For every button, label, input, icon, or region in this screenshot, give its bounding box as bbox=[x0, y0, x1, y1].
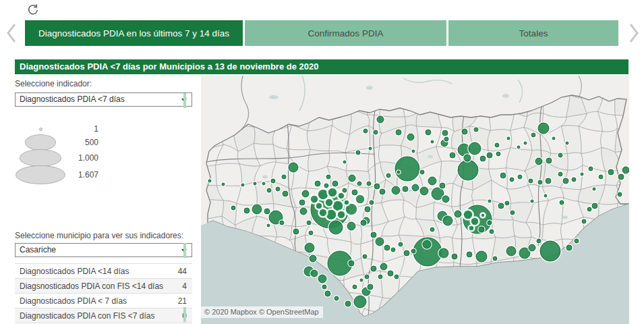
map-circle[interactable] bbox=[538, 180, 542, 184]
map-circle[interactable] bbox=[467, 252, 472, 257]
refresh-button[interactable] bbox=[26, 3, 40, 18]
map-circle[interactable] bbox=[282, 175, 286, 179]
map-circle[interactable] bbox=[566, 245, 572, 250]
map-circle[interactable] bbox=[371, 232, 376, 238]
map-circle[interactable] bbox=[343, 161, 346, 163]
map-circle[interactable] bbox=[264, 209, 270, 214]
map-circle[interactable] bbox=[560, 200, 564, 205]
map-circle[interactable] bbox=[252, 205, 262, 214]
map-circle[interactable] bbox=[428, 177, 436, 185]
map-circle[interactable] bbox=[325, 291, 330, 296]
map-circle[interactable] bbox=[480, 156, 486, 161]
map-circle[interactable] bbox=[328, 188, 337, 197]
map-circle[interactable] bbox=[283, 191, 288, 196]
map-circle[interactable] bbox=[593, 188, 595, 190]
map-circle[interactable] bbox=[500, 173, 506, 178]
map-circle[interactable] bbox=[535, 158, 542, 165]
map-circle[interactable] bbox=[334, 296, 339, 300]
map-circle[interactable] bbox=[370, 200, 374, 205]
map-circle[interactable] bbox=[293, 229, 299, 234]
map-circle[interactable] bbox=[488, 221, 492, 225]
map-circle[interactable] bbox=[395, 157, 419, 181]
map-circle[interactable] bbox=[618, 174, 624, 180]
map-circle[interactable] bbox=[442, 130, 448, 136]
map-circle[interactable] bbox=[476, 251, 487, 262]
map-circle[interactable] bbox=[349, 175, 355, 182]
map-circle[interactable] bbox=[368, 284, 373, 290]
map-circle[interactable] bbox=[254, 182, 256, 185]
map-circle[interactable] bbox=[618, 192, 622, 196]
map-circle[interactable] bbox=[420, 187, 428, 195]
map-circle[interactable] bbox=[231, 206, 235, 210]
filter-scrollbar[interactable] bbox=[183, 93, 186, 108]
map-circle[interactable] bbox=[498, 203, 504, 209]
map-circle[interactable] bbox=[386, 173, 390, 178]
map-circle[interactable] bbox=[380, 263, 387, 270]
map-circle[interactable] bbox=[452, 254, 457, 259]
map-circle[interactable] bbox=[517, 146, 520, 148]
map-circle[interactable] bbox=[524, 142, 527, 144]
map-circle[interactable] bbox=[546, 178, 551, 184]
map-circle[interactable] bbox=[267, 188, 271, 192]
table-row[interactable]: Diagnosticados PDIA < 7 días21 bbox=[15, 294, 192, 308]
map-circle[interactable] bbox=[241, 184, 244, 186]
map-circle[interactable] bbox=[420, 170, 424, 174]
map-circle[interactable] bbox=[589, 167, 593, 171]
map-circle[interactable] bbox=[540, 241, 560, 261]
map-circle[interactable] bbox=[440, 183, 445, 188]
map-circle[interactable] bbox=[505, 201, 509, 205]
table-row[interactable]: Diagnosticados PDIA con FIS <7 días0 bbox=[15, 308, 192, 323]
map-circle[interactable] bbox=[300, 208, 307, 215]
table-row[interactable]: Diagsnosticados PDIA con FIS <14 días4 bbox=[15, 279, 192, 294]
map-circle[interactable] bbox=[510, 178, 514, 182]
map-circle[interactable] bbox=[357, 182, 361, 186]
map-circle[interactable] bbox=[464, 155, 471, 161]
map-circle[interactable] bbox=[345, 301, 351, 306]
map-circle[interactable] bbox=[374, 130, 378, 134]
map-circle[interactable] bbox=[391, 248, 395, 252]
map-circle[interactable] bbox=[423, 240, 431, 248]
map-circle[interactable] bbox=[442, 196, 449, 202]
map-circle[interactable] bbox=[244, 208, 250, 213]
map-circle[interactable] bbox=[581, 173, 583, 176]
map-circle[interactable] bbox=[538, 123, 549, 134]
map-circle[interactable] bbox=[302, 190, 309, 197]
map-circle[interactable] bbox=[469, 225, 474, 231]
map-circle[interactable] bbox=[455, 211, 461, 217]
map-circle[interactable] bbox=[363, 254, 367, 259]
map-circle[interactable] bbox=[481, 213, 485, 217]
indicator-dropdown[interactable]: Diagnosticados PDIA <7 días bbox=[15, 92, 192, 107]
map-circle[interactable] bbox=[563, 178, 568, 184]
map-circle[interactable] bbox=[360, 279, 363, 281]
map-circle[interactable] bbox=[622, 167, 629, 173]
map-circle[interactable] bbox=[310, 255, 316, 262]
map-circle[interactable] bbox=[558, 172, 562, 176]
map-circle[interactable] bbox=[487, 153, 492, 158]
map-circle[interactable] bbox=[325, 198, 333, 207]
map-circle[interactable] bbox=[531, 133, 535, 137]
map-circle[interactable] bbox=[353, 285, 357, 289]
map-circle[interactable] bbox=[490, 230, 494, 234]
map-circle[interactable] bbox=[458, 160, 478, 180]
map-circle[interactable] bbox=[361, 220, 366, 225]
map-circle[interactable] bbox=[280, 221, 284, 225]
municipio-dropdown[interactable]: Casariche bbox=[15, 243, 192, 257]
map-circle[interactable] bbox=[412, 150, 415, 153]
map-circle[interactable] bbox=[558, 153, 562, 157]
map-circle[interactable] bbox=[337, 211, 345, 219]
map-circle[interactable] bbox=[369, 147, 372, 150]
map-circle[interactable] bbox=[412, 184, 419, 191]
map-circle[interactable] bbox=[496, 152, 500, 156]
map-circle[interactable] bbox=[450, 153, 455, 158]
tabs-scroll-right-button[interactable] bbox=[624, 21, 642, 45]
map-circle[interactable] bbox=[352, 190, 357, 195]
map-circle[interactable] bbox=[471, 217, 479, 225]
map-circle[interactable] bbox=[439, 248, 448, 258]
map-circle[interactable] bbox=[566, 142, 568, 144]
map-circle[interactable] bbox=[354, 296, 366, 308]
map-circle[interactable] bbox=[582, 219, 586, 223]
map-circle[interactable] bbox=[397, 171, 400, 173]
map-circle[interactable] bbox=[324, 184, 328, 188]
filter-scrollbar[interactable] bbox=[183, 243, 186, 258]
map-circle[interactable] bbox=[262, 182, 265, 185]
